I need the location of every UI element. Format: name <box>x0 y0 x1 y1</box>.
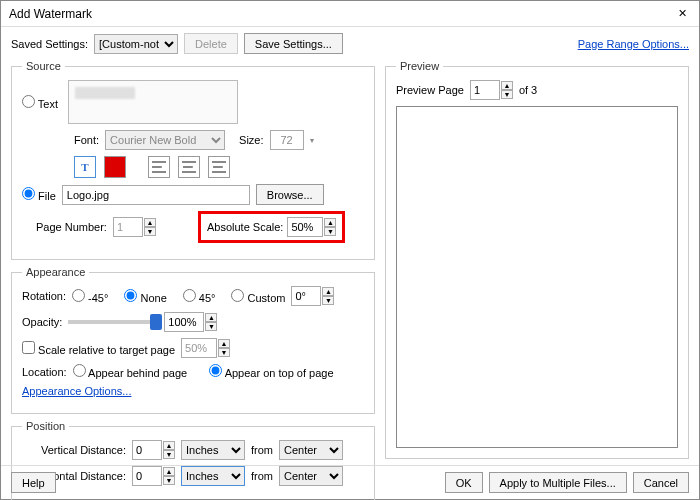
file-path-input[interactable] <box>62 185 250 205</box>
text-radio-row[interactable]: Text <box>22 95 58 110</box>
size-input[interactable] <box>270 130 304 150</box>
saved-settings-label: Saved Settings: <box>11 38 88 50</box>
source-legend: Source <box>22 60 65 72</box>
preview-page-input[interactable] <box>470 80 500 100</box>
text-preview-box <box>68 80 238 124</box>
align-right-button[interactable] <box>208 156 230 178</box>
from-label: from <box>251 444 273 456</box>
saved-settings-select[interactable]: [Custom-not saved] <box>94 34 178 54</box>
browse-button[interactable]: Browse... <box>256 184 324 205</box>
titlebar: Add Watermark ✕ <box>1 1 699 27</box>
appearance-options-link[interactable]: Appearance Options... <box>22 385 131 397</box>
ok-button[interactable]: OK <box>445 472 483 493</box>
vdist-from-select[interactable]: Center <box>279 440 343 460</box>
window-title: Add Watermark <box>9 7 92 21</box>
scale-relative-input[interactable] <box>181 338 217 358</box>
close-icon[interactable]: ✕ <box>673 5 691 23</box>
vdist-stepper[interactable]: ▲▼ <box>132 440 175 460</box>
absolute-scale-highlight: Absolute Scale: ▲▼ <box>198 211 345 243</box>
position-legend: Position <box>22 420 69 432</box>
opacity-stepper[interactable]: ▲▼ <box>164 312 217 332</box>
absolute-scale-label: Absolute Scale: <box>207 221 283 233</box>
saved-settings-row: Saved Settings: [Custom-not saved] Delet… <box>1 27 699 60</box>
file-radio-row[interactable]: File <box>22 187 56 202</box>
preview-of-label: of 3 <box>519 84 537 96</box>
preview-page-stepper[interactable]: ▲▼ <box>470 80 513 100</box>
chevron-up-icon[interactable]: ▲ <box>144 218 156 227</box>
preview-legend: Preview <box>396 60 443 72</box>
help-button[interactable]: Help <box>11 472 56 493</box>
rotation-label: Rotation: <box>22 290 66 302</box>
chevron-down-icon[interactable]: ▼ <box>324 227 336 236</box>
apply-multiple-button[interactable]: Apply to Multiple Files... <box>489 472 627 493</box>
ontop-radio[interactable] <box>209 364 222 377</box>
align-center-button[interactable] <box>178 156 200 178</box>
font-label: Font: <box>74 134 99 146</box>
footer: Help OK Apply to Multiple Files... Cance… <box>1 465 699 499</box>
text-radio[interactable] <box>22 95 35 108</box>
appearance-group: Appearance Rotation: -45° None 45° Custo… <box>11 266 375 414</box>
size-dropdown-icon[interactable]: ▾ <box>310 136 314 145</box>
scale-relative-stepper[interactable]: ▲▼ <box>181 338 230 358</box>
delete-button[interactable]: Delete <box>184 33 238 54</box>
align-left-button[interactable] <box>148 156 170 178</box>
size-label: Size: <box>239 134 263 146</box>
behind-radio[interactable] <box>73 364 86 377</box>
absolute-scale-input[interactable] <box>287 217 323 237</box>
page-range-options-link[interactable]: Page Range Options... <box>578 38 689 50</box>
save-settings-button[interactable]: Save Settings... <box>244 33 343 54</box>
scale-relative-checkbox[interactable] <box>22 341 35 354</box>
cancel-button[interactable]: Cancel <box>633 472 689 493</box>
rot-custom-radio[interactable] <box>231 289 244 302</box>
vdist-input[interactable] <box>132 440 162 460</box>
file-radio[interactable] <box>22 187 35 200</box>
preview-pane <box>396 106 678 448</box>
appearance-legend: Appearance <box>22 266 89 278</box>
opacity-label: Opacity: <box>22 316 62 328</box>
location-label: Location: <box>22 366 67 378</box>
text-color-tool[interactable]: T <box>74 156 96 178</box>
rot-m45-radio[interactable] <box>72 289 85 302</box>
source-group: Source Text Font: Courier New Bold Size:… <box>11 60 375 260</box>
page-number-input[interactable] <box>113 217 143 237</box>
preview-group: Preview Preview Page ▲▼ of 3 <box>385 60 689 459</box>
rotation-value-stepper[interactable]: ▲▼ <box>291 286 334 306</box>
font-select[interactable]: Courier New Bold <box>105 130 225 150</box>
page-number-label: Page Number: <box>36 221 107 233</box>
chevron-up-icon[interactable]: ▲ <box>324 218 336 227</box>
absolute-scale-stepper[interactable]: ▲▼ <box>287 217 336 237</box>
add-watermark-dialog: Add Watermark ✕ Saved Settings: [Custom-… <box>0 0 700 500</box>
vdist-label: Vertical Distance: <box>22 444 126 456</box>
preview-page-label: Preview Page <box>396 84 464 96</box>
page-number-stepper[interactable]: ▲▼ <box>113 217 156 237</box>
opacity-input[interactable] <box>164 312 204 332</box>
vdist-unit-select[interactable]: Inches <box>181 440 245 460</box>
chevron-down-icon[interactable]: ▼ <box>144 227 156 236</box>
rot-none-radio[interactable] <box>124 289 137 302</box>
slider-thumb[interactable] <box>150 314 162 330</box>
rotation-value-input[interactable] <box>291 286 321 306</box>
opacity-slider[interactable] <box>68 320 158 324</box>
color-swatch[interactable] <box>104 156 126 178</box>
rot-45-radio[interactable] <box>183 289 196 302</box>
